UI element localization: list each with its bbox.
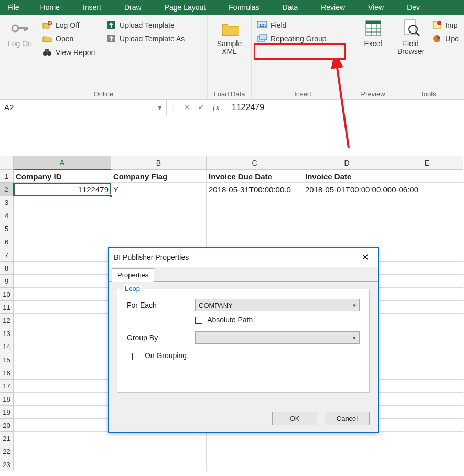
row-header-8[interactable]: 8 — [0, 262, 14, 275]
row-header-17[interactable]: 17 — [0, 380, 14, 393]
cell-a16[interactable] — [14, 366, 111, 380]
cell-e22[interactable] — [391, 445, 463, 458]
cell-b5[interactable] — [111, 222, 207, 235]
row-header-15[interactable]: 15 — [0, 353, 14, 366]
excel-preview-button[interactable]: Excel — [359, 18, 387, 48]
cell-e20[interactable] — [391, 419, 463, 432]
tab-view[interactable]: View — [357, 0, 395, 15]
row-header-14[interactable]: 14 — [0, 340, 14, 353]
row-header-4[interactable]: 4 — [0, 209, 14, 222]
cell-a21[interactable] — [14, 432, 111, 445]
cell-d5[interactable] — [303, 222, 391, 235]
cell-a15[interactable] — [14, 353, 111, 366]
cell-e12[interactable] — [391, 314, 463, 327]
upload-template-button[interactable]: Upload Template — [105, 19, 186, 31]
cell-e13[interactable] — [391, 327, 463, 340]
cell-c6[interactable] — [207, 235, 303, 248]
insert-function-icon[interactable]: ƒx — [212, 103, 220, 112]
select-all-corner[interactable] — [0, 156, 14, 170]
cell-b4[interactable] — [111, 209, 207, 222]
tab-dev[interactable]: Dev — [395, 0, 431, 15]
row-header-3[interactable]: 3 — [0, 196, 14, 209]
row-header-7[interactable]: 7 — [0, 248, 14, 262]
cell-e5[interactable] — [391, 222, 463, 235]
cell-a17[interactable] — [14, 380, 111, 393]
cell-d4[interactable] — [303, 209, 391, 222]
tab-formulas[interactable]: Formulas — [217, 0, 271, 15]
cell-b1[interactable]: Company Flag — [111, 170, 207, 183]
open-button[interactable]: Open — [41, 33, 96, 45]
import-button[interactable]: Imp — [430, 19, 460, 31]
cancel-formula-icon[interactable]: ✕ — [184, 102, 190, 112]
cell-e3[interactable] — [391, 196, 463, 209]
repeating-group-button[interactable]: Repeating Group — [256, 33, 328, 45]
row-header-9[interactable]: 9 — [0, 275, 14, 288]
row-header-1[interactable]: 1 — [0, 170, 14, 183]
cell-d23[interactable] — [303, 458, 391, 471]
sample-xml-button[interactable]: Sample XML — [212, 18, 247, 56]
ok-button[interactable]: OK — [272, 412, 317, 425]
tab-data[interactable]: Data — [271, 0, 310, 15]
row-header-2[interactable]: 2 — [0, 183, 14, 196]
cell-c3[interactable] — [207, 196, 303, 209]
cell-e23[interactable] — [391, 458, 463, 471]
col-header-b[interactable]: B — [111, 156, 207, 170]
cell-c4[interactable] — [207, 209, 303, 222]
name-box[interactable]: A2 ▾ — [0, 100, 167, 115]
cell-e18[interactable] — [391, 393, 463, 406]
cell-b3[interactable] — [111, 196, 207, 209]
cell-e8[interactable] — [391, 262, 463, 275]
for-each-select[interactable]: COMPANY ▾ — [195, 299, 360, 311]
cell-e19[interactable] — [391, 406, 463, 419]
group-by-select[interactable]: ▾ — [195, 331, 360, 344]
cell-b6[interactable] — [111, 235, 207, 248]
cell-c5[interactable] — [207, 222, 303, 235]
cell-e17[interactable] — [391, 380, 463, 393]
name-box-dropdown-icon[interactable]: ▾ — [158, 103, 162, 112]
cell-e6[interactable] — [391, 235, 463, 248]
cell-e14[interactable] — [391, 340, 463, 353]
cell-a19[interactable] — [14, 406, 111, 419]
cell-a11[interactable] — [14, 301, 111, 314]
cell-d3[interactable] — [303, 196, 391, 209]
tab-home[interactable]: Home — [29, 0, 71, 15]
formula-bar-value[interactable]: 1122479 — [224, 100, 464, 115]
row-header-21[interactable]: 21 — [0, 432, 14, 445]
tab-draw[interactable]: Draw — [113, 0, 153, 15]
cell-e2[interactable] — [391, 183, 463, 196]
cell-a14[interactable] — [14, 340, 111, 353]
cell-d22[interactable] — [303, 445, 391, 458]
cell-a1[interactable]: Company ID — [14, 170, 111, 183]
dialog-tab-properties[interactable]: Properties — [112, 268, 154, 282]
cell-a22[interactable] — [14, 445, 111, 458]
row-header-23[interactable]: 23 — [0, 458, 14, 471]
cell-e7[interactable] — [391, 248, 463, 262]
field-browser-button[interactable]: Field Browser — [396, 18, 425, 56]
cancel-button[interactable]: Cancel — [325, 412, 370, 425]
row-header-18[interactable]: 18 — [0, 393, 14, 406]
on-grouping-checkbox[interactable] — [132, 353, 139, 360]
cell-c22[interactable] — [207, 445, 303, 458]
tab-review[interactable]: Review — [309, 0, 357, 15]
cell-d2[interactable]: 2018-05-01T00:00:00.000-06:00 — [303, 183, 391, 196]
cell-b22[interactable] — [111, 445, 207, 458]
cell-a9[interactable] — [14, 275, 111, 288]
row-header-20[interactable]: 20 — [0, 419, 14, 432]
row-header-12[interactable]: 12 — [0, 314, 14, 327]
accept-formula-icon[interactable]: ✔ — [198, 102, 204, 112]
cell-a18[interactable] — [14, 393, 111, 406]
cell-e16[interactable] — [391, 366, 463, 380]
cell-a13[interactable] — [14, 327, 111, 340]
cell-e10[interactable] — [391, 288, 463, 301]
cell-a12[interactable] — [14, 314, 111, 327]
cell-a2[interactable]: 1122479 — [14, 183, 111, 196]
row-header-16[interactable]: 16 — [0, 366, 14, 380]
absolute-path-checkbox[interactable] — [195, 317, 202, 324]
col-header-d[interactable]: D — [303, 156, 391, 170]
row-header-10[interactable]: 10 — [0, 288, 14, 301]
logon-button[interactable]: Log On — [4, 18, 36, 48]
cell-d21[interactable] — [303, 432, 391, 445]
cell-a6[interactable] — [14, 235, 111, 248]
cell-e11[interactable] — [391, 301, 463, 314]
row-header-5[interactable]: 5 — [0, 222, 14, 235]
